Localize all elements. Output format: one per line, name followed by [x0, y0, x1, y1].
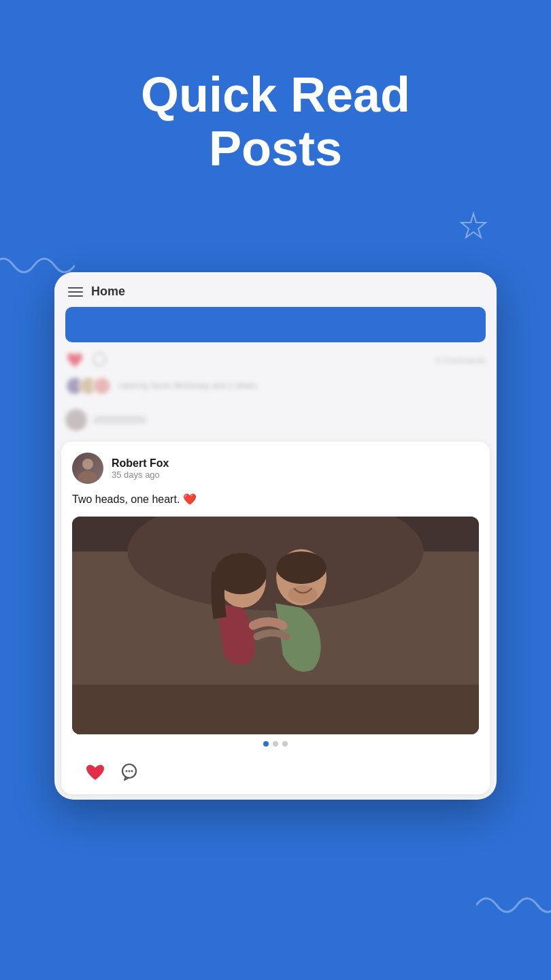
svg-point-15: [129, 770, 131, 772]
post-heart-emoji: ❤️: [183, 493, 197, 505]
post-actions: [72, 753, 479, 794]
post-time: 35 days ago: [112, 470, 169, 480]
liked-by-row: Liked by Kevin McKinney and 2 others: [65, 376, 486, 395]
hamburger-menu-icon[interactable]: [68, 287, 83, 297]
svg-point-14: [126, 770, 128, 772]
star-icon: [457, 211, 490, 244]
like-button[interactable]: [83, 760, 107, 785]
comments-count-blurred: 0 Comments: [435, 355, 486, 365]
comment-button[interactable]: [117, 760, 141, 785]
phone-mockup: Home 0 Comments: [54, 272, 497, 800]
avatar-3: [93, 376, 112, 395]
svg-point-16: [131, 770, 133, 772]
dot-3: [282, 741, 288, 747]
avatar-group: [65, 376, 112, 395]
post-author-name: Robert Fox: [112, 457, 169, 470]
dot-2: [273, 741, 278, 747]
svg-point-2: [78, 471, 97, 482]
prev-avatar: [65, 409, 87, 431]
svg-rect-12: [72, 517, 479, 734]
liked-by-text: Liked by Kevin McKinney and 2 others: [118, 381, 486, 391]
post-image: [72, 517, 479, 734]
avatar-silhouette: [74, 455, 101, 482]
reaction-row: 0 Comments: [65, 350, 486, 370]
home-label: Home: [91, 284, 125, 299]
image-dots: [72, 734, 479, 753]
post-text: Two heads, one heart. ❤️: [72, 492, 479, 507]
post-author-info: Robert Fox 35 days ago: [112, 457, 169, 480]
comment-icon-blurred: [90, 350, 109, 370]
wave-decoration-right: [476, 885, 551, 926]
svg-point-0: [93, 353, 105, 365]
blurred-post-section: 0 Comments Liked by Kevin McKinney and 2…: [54, 350, 497, 404]
hero-title-line1: Quick Read: [141, 67, 410, 122]
post-image-illustration: [72, 517, 479, 734]
hero-title: Quick Read Posts: [0, 68, 551, 176]
heart-filled-icon: [84, 762, 106, 783]
post-author-row: Robert Fox 35 days ago: [72, 453, 479, 484]
comment-bubble-icon: [118, 762, 140, 783]
post-text-content: Two heads, one heart.: [72, 493, 180, 505]
blue-banner: [65, 307, 486, 342]
like-icon-blurred: [65, 350, 84, 370]
dot-1: [263, 741, 269, 747]
svg-point-1: [82, 459, 93, 470]
phone-header: Home: [54, 272, 497, 307]
post-author-avatar: [72, 453, 103, 484]
prev-author-blurred: [54, 404, 497, 436]
avatar-inner: [72, 453, 103, 484]
main-post-card: Robert Fox 35 days ago Two heads, one he…: [61, 442, 490, 794]
prev-name-placeholder: [93, 416, 147, 424]
reaction-left: [65, 350, 109, 370]
hero-title-line2: Posts: [209, 121, 342, 176]
